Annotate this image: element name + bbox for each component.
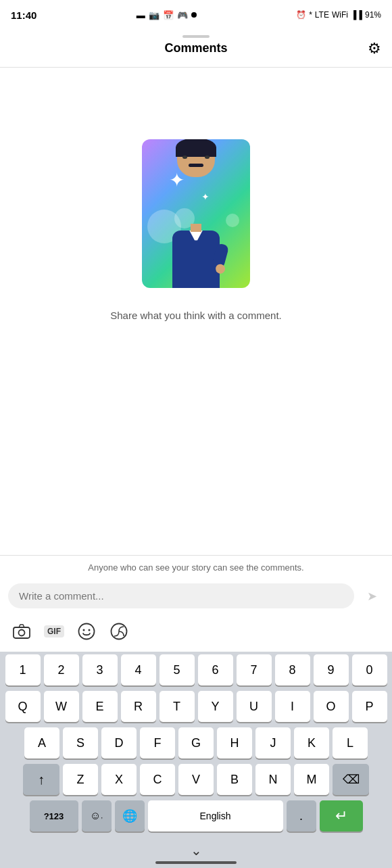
status-icon-2: 📷 [149, 10, 160, 20]
svg-point-5 [83, 629, 85, 631]
char-head [177, 139, 215, 177]
key-c[interactable]: C [140, 764, 175, 795]
key-o[interactable]: O [314, 691, 349, 722]
enter-key[interactable]: ↵ [320, 800, 363, 831]
globe-key[interactable]: 🌐 [115, 800, 145, 831]
char-collar [189, 231, 203, 241]
gear-button[interactable]: ⚙ [368, 40, 381, 57]
space-key[interactable]: English [148, 800, 283, 831]
sparkle-2: ✦ [201, 191, 210, 202]
chevron-row: ⌄ [0, 838, 392, 861]
battery-icon: 91% [365, 10, 381, 20]
signal-icon: ▐▐ [351, 10, 362, 20]
camera-button[interactable] [8, 618, 35, 645]
key-y[interactable]: Y [198, 691, 233, 722]
drag-handle[interactable] [182, 35, 210, 38]
key-row-asdf: A S D F G H J K L [0, 725, 392, 761]
char-eye-left [182, 155, 187, 159]
shift-key[interactable]: ↑ [23, 764, 59, 795]
key-f[interactable]: F [140, 727, 175, 758]
empty-state-text: Share what you think with a comment. [110, 310, 281, 321]
gif-button[interactable]: GIF [41, 618, 68, 645]
char-arm [212, 243, 229, 268]
key-s[interactable]: S [63, 727, 98, 758]
key-0[interactable]: 0 [352, 654, 387, 685]
char-hand [214, 263, 226, 274]
key-x[interactable]: X [101, 764, 137, 795]
bottom-section: Anyone who can see your story can see th… [0, 555, 392, 868]
key-p[interactable]: P [352, 691, 387, 722]
key-6[interactable]: 6 [198, 654, 233, 685]
key-7[interactable]: 7 [237, 654, 272, 685]
svg-point-3 [19, 630, 25, 636]
send-button[interactable]: ➤ [360, 584, 384, 608]
char-body [172, 231, 220, 288]
svg-point-4 [79, 624, 95, 640]
status-icon-4: 🎮 [177, 10, 188, 20]
key-z[interactable]: Z [63, 764, 98, 795]
key-v[interactable]: V [178, 764, 214, 795]
char-eyes [182, 155, 210, 159]
key-l[interactable]: L [333, 727, 368, 758]
alarm-icon: ⏰ [296, 10, 306, 20]
key-t[interactable]: T [160, 691, 195, 722]
status-icon-1: ▬ [137, 10, 145, 20]
key-5[interactable]: 5 [160, 654, 195, 685]
chevron-icon[interactable]: ⌄ [191, 842, 202, 859]
key-h[interactable]: H [217, 727, 252, 758]
keyboard: 1 2 3 4 5 6 7 8 9 0 Q W E R T Y U I O P … [0, 652, 392, 868]
key-2[interactable]: 2 [44, 654, 79, 685]
key-3[interactable]: 3 [82, 654, 118, 685]
send-icon: ➤ [367, 589, 377, 604]
wifi-icon: WiFi [332, 10, 348, 20]
char-mustache [189, 164, 203, 167]
emoji-key[interactable]: ☺, [82, 800, 112, 831]
emoji-button[interactable] [73, 618, 100, 645]
network-icon: LTE [315, 10, 329, 20]
status-icon-3: 📅 [163, 10, 174, 20]
char-eye-right [205, 155, 210, 159]
bluetooth-icon: * [309, 10, 312, 20]
key-4[interactable]: 4 [121, 654, 156, 685]
key-g[interactable]: G [178, 727, 214, 758]
key-i[interactable]: I [275, 691, 310, 722]
char-hair [176, 139, 216, 157]
status-time: 11:40 [11, 9, 36, 21]
status-dot [191, 12, 197, 18]
svg-rect-2 [14, 627, 30, 638]
key-8[interactable]: 8 [275, 654, 310, 685]
key-row-numbers: 1 2 3 4 5 6 7 8 9 0 [0, 652, 392, 688]
num-switch-key[interactable]: ?123 [30, 800, 78, 831]
key-a[interactable]: A [24, 727, 59, 758]
key-n[interactable]: N [255, 764, 291, 795]
char-neck [191, 224, 201, 232]
header-title: Comments [164, 41, 227, 55]
key-d[interactable]: D [101, 727, 137, 758]
comments-header: Comments ⚙ [0, 30, 392, 68]
key-b[interactable]: B [217, 764, 252, 795]
keyboard-bottom-bar: ⌄ [0, 836, 392, 868]
privacy-notice: Anyone who can see your story can see th… [0, 555, 392, 578]
home-indicator [155, 861, 237, 864]
key-u[interactable]: U [237, 691, 272, 722]
key-row-zxcv: ↑ Z X C V B N M ⌫ [0, 761, 392, 798]
comment-input-row: ➤ [0, 578, 392, 614]
key-row-bottom: ?123 ☺, 🌐 English . ↵ [0, 798, 392, 836]
period-key[interactable]: . [287, 800, 316, 831]
key-e[interactable]: E [82, 691, 118, 722]
backspace-key[interactable]: ⌫ [333, 764, 369, 795]
key-m[interactable]: M [294, 764, 329, 795]
bokeh-3 [226, 214, 239, 227]
status-bar: 11:40 ▬ 📷 📅 🎮 ⏰ * LTE WiFi ▐▐ 91% [0, 0, 392, 30]
comment-input[interactable] [8, 583, 354, 608]
empty-state-area: ✦ ✦ ✦ Share what [0, 68, 392, 392]
key-9[interactable]: 9 [314, 654, 349, 685]
svg-point-6 [89, 629, 91, 631]
key-k[interactable]: K [294, 727, 329, 758]
key-r[interactable]: R [121, 691, 156, 722]
key-w[interactable]: W [44, 691, 79, 722]
sticker-button[interactable] [105, 618, 132, 645]
key-q[interactable]: Q [5, 691, 41, 722]
key-j[interactable]: J [255, 727, 291, 758]
key-1[interactable]: 1 [5, 654, 41, 685]
